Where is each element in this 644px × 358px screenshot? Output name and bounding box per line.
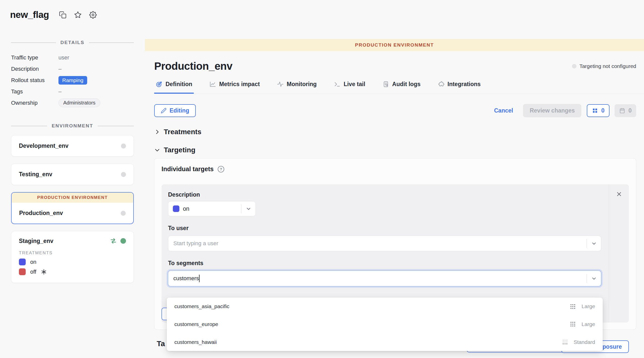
pencil-icon <box>161 108 167 114</box>
env-status-dot <box>121 172 126 177</box>
env-status-dot <box>121 211 126 216</box>
segment-size: Large <box>582 303 595 309</box>
schedule-count: 0 <box>628 107 632 114</box>
segment-name: customers_asia_pacific <box>174 303 229 309</box>
status-dot <box>572 64 576 68</box>
treatments-heading: TREATMENTS <box>19 250 126 256</box>
targeting-section-title: Targeting <box>164 146 195 154</box>
tab-metrics-impact[interactable]: Metrics impact <box>208 80 261 94</box>
pulse-icon <box>277 81 284 88</box>
page-title: Production_env <box>154 60 232 72</box>
segments-dropdown: customers_asia_pacific Large customers_e… <box>167 298 603 351</box>
treatments-section-toggle[interactable]: Treatments <box>154 128 636 136</box>
targeting-status: Targeting not configured <box>572 63 636 69</box>
grid-icon <box>592 108 598 114</box>
treatment-select[interactable]: on <box>168 201 256 216</box>
env-name: Development_env <box>19 142 69 149</box>
details-section-heading: DETAILS <box>11 40 134 45</box>
ownership-badge: Administrators <box>58 98 100 107</box>
production-environment-banner-top: PRODUCTION ENVIRONMENT <box>145 39 644 51</box>
copy-icon[interactable] <box>59 11 67 19</box>
segment-name: customers_europe <box>174 321 218 327</box>
to-segments-label: To segments <box>168 260 601 267</box>
detail-label: Tags <box>11 88 58 95</box>
detail-row-description: Description – <box>11 63 134 75</box>
segment-option-hawaii[interactable]: customers_hawaii Standard <box>167 333 603 351</box>
standard-segment-dots-icon <box>562 339 568 345</box>
tab-label: Metrics impact <box>219 81 260 88</box>
to-segments-field[interactable]: customers <box>168 271 601 286</box>
tab-integrations[interactable]: Integrations <box>436 80 482 94</box>
editing-button[interactable]: Editing <box>154 104 196 117</box>
edit-toolbar: Editing Cancel Review changes 0 0 <box>154 104 636 117</box>
detail-value: user <box>58 54 69 61</box>
large-segment-dots-icon <box>570 303 576 310</box>
segment-option-europe[interactable]: customers_europe Large <box>167 315 603 333</box>
env-status-dot-green <box>120 238 126 244</box>
segment-name: customers_hawaii <box>174 339 217 345</box>
large-segment-dots-icon <box>570 321 576 327</box>
app-screen: new_flag DETAILS Traffic type user Descr… <box>0 0 644 358</box>
scheduled-changes-button[interactable]: 0 <box>615 104 636 117</box>
detail-label: Ownership <box>11 100 58 106</box>
to-user-label: To user <box>168 225 601 232</box>
chart-icon <box>209 81 216 88</box>
env-card-development[interactable]: Development_env <box>11 135 134 157</box>
env-name: Testing_env <box>19 171 52 178</box>
editing-label: Editing <box>170 107 189 114</box>
detail-value: – <box>58 66 61 72</box>
rule-close-column <box>609 184 629 323</box>
divider <box>11 126 47 126</box>
treatments-section-title: Treatments <box>164 128 201 136</box>
flag-title: new_flag <box>10 10 49 20</box>
chevron-down-icon <box>154 147 160 153</box>
next-section-heading-fragment: Ta <box>157 339 165 348</box>
cancel-button[interactable]: Cancel <box>494 107 513 114</box>
calendar-icon <box>619 108 625 114</box>
target-icon <box>156 81 163 88</box>
puzzle-icon <box>438 81 444 88</box>
pending-changes-button[interactable]: 0 <box>587 104 609 117</box>
help-icon[interactable]: ? <box>218 166 224 172</box>
description-label: Description <box>168 191 601 198</box>
chevron-down-icon <box>241 206 255 212</box>
detail-label: Description <box>11 66 58 72</box>
treatment-color-on <box>19 259 26 265</box>
chevron-down-icon[interactable] <box>587 241 601 246</box>
gear-icon[interactable] <box>89 11 97 19</box>
chevron-down-icon[interactable] <box>587 276 601 281</box>
close-icon[interactable] <box>616 191 622 198</box>
env-name: Production_env <box>19 210 63 217</box>
tab-live-tail[interactable]: Live tail <box>332 80 367 94</box>
tab-audit-logs[interactable]: Audit logs <box>381 80 422 94</box>
individual-targets-title: Individual targets <box>162 165 214 173</box>
treatment-color-swatch <box>173 205 179 212</box>
star-icon[interactable] <box>74 11 82 19</box>
detail-row-ownership: Ownership Administrators <box>11 97 134 109</box>
detail-label: Rollout status <box>11 77 58 84</box>
review-changes-button[interactable]: Review changes <box>523 104 581 117</box>
divider <box>98 126 134 126</box>
env-card-production[interactable]: PRODUCTION ENVIRONMENT Production_env <box>11 192 134 224</box>
tab-bar: Definition Metrics impact Monitoring <box>154 80 644 94</box>
tab-definition[interactable]: Definition <box>154 80 194 94</box>
targeting-section-toggle[interactable]: Targeting <box>154 146 636 154</box>
treatment-select-value: on <box>183 205 241 212</box>
to-segments-input-value[interactable]: customers <box>173 275 199 282</box>
detail-row-tags: Tags – <box>11 86 134 97</box>
env-card-staging[interactable]: Staging_env TREATMENTS on off <box>11 231 134 283</box>
ramping-status-badge: Ramping <box>58 76 87 85</box>
default-treatment-asterisk-icon <box>41 269 47 275</box>
tab-label: Live tail <box>344 81 365 88</box>
transfer-arrows-icon <box>110 237 117 244</box>
env-card-testing[interactable]: Testing_env <box>11 164 134 185</box>
treatment-row-on: on <box>19 259 126 265</box>
detail-row-traffic-type: Traffic type user <box>11 52 134 63</box>
divider <box>11 43 56 43</box>
to-user-input[interactable] <box>168 240 587 247</box>
changes-count: 0 <box>601 107 604 114</box>
tab-monitoring[interactable]: Monitoring <box>275 80 318 94</box>
treatment-color-off <box>19 268 26 275</box>
segment-option-asia-pacific[interactable]: customers_asia_pacific Large <box>167 298 603 315</box>
to-user-field <box>168 236 601 251</box>
